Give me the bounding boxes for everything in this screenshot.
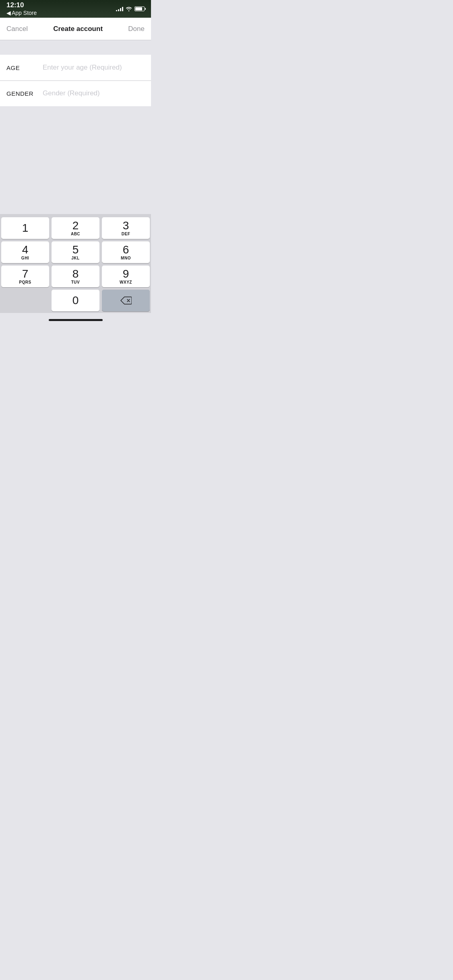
status-back-nav[interactable]: ◀ App Store: [6, 10, 37, 16]
key-3[interactable]: 3 DEF: [102, 217, 150, 239]
page-title: Create account: [53, 25, 103, 33]
main-content: Cancel Create account Done AGE GENDER Ge…: [0, 18, 151, 327]
cancel-button[interactable]: Cancel: [6, 25, 28, 33]
key-7[interactable]: 7 PQRS: [1, 266, 49, 287]
key-1[interactable]: 1: [1, 217, 49, 239]
battery-icon: [134, 6, 145, 11]
key-letters-3: DEF: [122, 232, 130, 236]
signal-icon: [116, 6, 123, 11]
key-number-8: 8: [72, 268, 79, 280]
key-letters-5: JKL: [71, 256, 79, 260]
status-bar-left: 12:10 ◀ App Store: [6, 2, 37, 16]
home-bar: [49, 319, 103, 321]
age-row: AGE: [0, 55, 151, 80]
key-letters-8: TUV: [71, 280, 80, 284]
separator-gray: [0, 40, 151, 55]
key-0[interactable]: 0: [52, 290, 99, 311]
key-9[interactable]: 9 WXYZ: [102, 266, 150, 287]
key-number-2: 2: [72, 220, 79, 231]
key-empty: [1, 290, 49, 311]
key-8[interactable]: 8 TUV: [52, 266, 99, 287]
battery-fill: [135, 7, 142, 10]
key-number-5: 5: [72, 244, 79, 255]
key-number-0: 0: [72, 295, 79, 306]
numeric-keyboard: 1 2 ABC 3 DEF 4 GHI 5 JKL 6 MNO 7 PQRS: [0, 214, 151, 313]
key-number-4: 4: [22, 244, 29, 255]
key-number-7: 7: [22, 268, 29, 280]
status-time: 12:10: [6, 2, 37, 9]
age-input[interactable]: [43, 64, 145, 72]
done-button[interactable]: Done: [128, 25, 145, 33]
key-letters-4: GHI: [21, 256, 29, 260]
form-section: AGE GENDER Gender (Required): [0, 55, 151, 106]
status-icons: [116, 6, 145, 11]
wifi-icon: [126, 6, 132, 11]
gender-placeholder: Gender (Required): [43, 89, 145, 97]
key-4[interactable]: 4 GHI: [1, 241, 49, 263]
key-5[interactable]: 5 JKL: [52, 241, 99, 263]
nav-bar: Cancel Create account Done: [0, 18, 151, 40]
key-letters-6: MNO: [121, 256, 131, 260]
key-number-9: 9: [123, 268, 129, 280]
delete-key[interactable]: [102, 290, 150, 311]
age-label: AGE: [6, 64, 43, 71]
back-arrow-icon: ◀: [6, 10, 11, 16]
key-number-3: 3: [123, 220, 129, 231]
gray-area: [0, 106, 151, 214]
backspace-icon: [120, 296, 132, 305]
gender-label: GENDER: [6, 90, 43, 97]
key-2[interactable]: 2 ABC: [52, 217, 99, 239]
key-letters-7: PQRS: [19, 280, 31, 284]
key-number-1: 1: [22, 222, 29, 234]
key-6[interactable]: 6 MNO: [102, 241, 150, 263]
back-label: App Store: [12, 10, 37, 16]
home-indicator: [0, 313, 151, 327]
key-number-6: 6: [123, 244, 129, 255]
key-letters-9: WXYZ: [120, 280, 132, 284]
key-letters-2: ABC: [71, 232, 80, 236]
gender-row[interactable]: GENDER Gender (Required): [0, 80, 151, 106]
status-bar: 12:10 ◀ App Store: [0, 0, 151, 18]
